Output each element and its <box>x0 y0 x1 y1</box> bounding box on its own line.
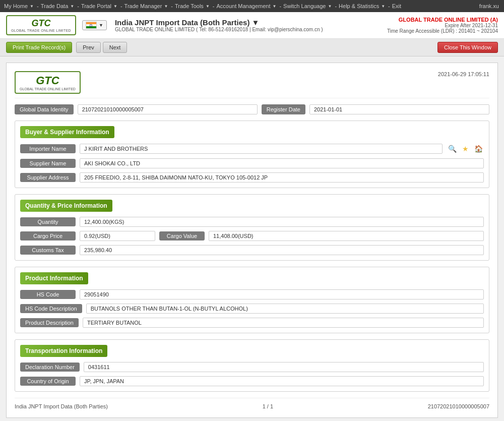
next-button[interactable]: Next <box>103 42 128 53</box>
register-date-label: Register Date <box>262 104 305 114</box>
hs-desc-row: HS Code Description BUTANOLS OTHER THAN … <box>20 304 484 314</box>
page-title: India JNPT Import Data (Both Parties) ▼ <box>115 18 323 27</box>
cargo-value-value: 11,408.00(USD) <box>209 231 484 241</box>
footer-left: India JNPT Import Data (Both Parties) <box>15 403 108 409</box>
customs-tax-row: Customs Tax 235,980.40 <box>20 245 484 255</box>
register-date-value: 2021-01-01 <box>309 104 489 114</box>
buyer-supplier-section: Buyer & Supplier Information Importer Na… <box>15 121 489 188</box>
nav-trade-data[interactable]: Trade Data ▼ <box>41 3 76 9</box>
icons-row: 🔍 ★ 🏠 <box>447 143 484 154</box>
product-section: Product Information HS Code 29051490 HS … <box>15 267 489 333</box>
print-button[interactable]: Print Trade Record(s) <box>6 42 72 53</box>
quantity-price-header: Quantity & Price Information <box>20 200 112 212</box>
chevron-down-icon: ▼ <box>381 4 385 9</box>
page-title-area: India JNPT Import Data (Both Parties) ▼ … <box>115 18 323 32</box>
product-header: Product Information <box>20 272 88 284</box>
hs-desc-value: BUTANOLS OTHER THAN BUTAN-1-OL (N-BUTYL … <box>86 304 484 314</box>
nav-trade-manager[interactable]: Trade Manager ▼ <box>124 3 169 9</box>
identity-row: Global Data Identity 2107202101000000500… <box>15 104 489 114</box>
supplier-row: Supplier Name AKI SHOKAI CO., LTD <box>20 158 484 168</box>
chevron-down-icon: ▼ <box>113 4 117 9</box>
nav-trade-portal[interactable]: Trade Portal ▼ <box>81 3 118 9</box>
logo-subtitle: GLOBAL TRADE ONLINE LIMITED <box>11 29 71 32</box>
close-window-button[interactable]: Close This Window <box>437 42 498 53</box>
main-content: GTC GLOBAL TRADE ONLINE LIMITED 2021-06-… <box>0 56 504 421</box>
quantity-price-section: Quantity & Price Information Quantity 12… <box>15 194 489 261</box>
nav-help-statistics[interactable]: Help & Statistics ▼ <box>339 3 386 9</box>
customs-tax-value: 235,980.40 <box>80 245 484 255</box>
footer-right: 21072021010000005007 <box>428 403 489 409</box>
supplier-address-label: Supplier Address <box>20 173 76 182</box>
quantity-value: 12,400.00(KGS) <box>80 217 484 227</box>
chevron-down-icon: ▼ <box>164 4 168 9</box>
global-data-identity-value: 21072021010000005007 <box>78 104 258 114</box>
chevron-down-icon: ▼ <box>206 4 210 9</box>
chevron-down-icon: ▼ <box>70 4 74 9</box>
country-value: JP, JPN, JAPAN <box>80 376 484 386</box>
nav-exit[interactable]: Exit <box>392 3 402 9</box>
importer-row: Importer Name J KIRIT AND BROTHERS 🔍 ★ 🏠 <box>20 143 484 154</box>
product-desc-value: TERTIARY BUTANOL <box>83 318 484 328</box>
user-label: frank.xu <box>479 3 499 9</box>
nav-my-home[interactable]: My Home ▼ <box>4 3 35 9</box>
cargo-value-label: Cargo Value <box>159 231 205 240</box>
footer-center: 1 / 1 <box>263 403 273 409</box>
importer-label: Importer Name <box>20 144 76 153</box>
record-footer: India JNPT Import Data (Both Parties) 1 … <box>15 398 489 409</box>
quantity-row: Quantity 12,400.00(KGS) <box>20 217 484 227</box>
hs-code-row: HS Code 29051490 <box>20 289 484 299</box>
chevron-down-icon: ▼ <box>328 4 332 9</box>
prev-button[interactable]: Prev <box>76 42 101 53</box>
supplier-label: Supplier Name <box>20 159 76 168</box>
supplier-address-value: 205 FREEDIO, 2-8-11, SHIBA DAIMONM NATO-… <box>80 172 484 183</box>
cargo-price-label: Cargo Price <box>20 231 76 240</box>
chevron-down-icon: ▼ <box>30 4 34 9</box>
top-toolbar: Print Trade Record(s) Prev Next Close Th… <box>0 39 504 56</box>
cargo-price-value: 0.92(USD) <box>80 231 155 241</box>
nav-switch-language[interactable]: Switch Language ▼ <box>283 3 333 9</box>
record-header: GTC GLOBAL TRADE ONLINE LIMITED 2021-06-… <box>15 71 489 98</box>
chevron-down-icon: ▼ <box>99 23 103 28</box>
product-desc-label: Product Description <box>20 318 79 327</box>
logo-text: GTC <box>31 18 50 29</box>
record-logo-subtitle: GLOBAL TRADE ONLINE LIMITED <box>20 87 76 91</box>
supplier-address-row: Supplier Address 205 FREEDIO, 2-8-11, SH… <box>20 172 484 183</box>
supplier-value: AKI SHOKAI CO., LTD <box>80 158 484 168</box>
top-navigation: My Home ▼ - Trade Data ▼ - Trade Portal … <box>0 0 504 12</box>
star-icon[interactable]: ★ <box>460 143 471 154</box>
country-label: Country of Origin <box>20 377 76 386</box>
header-right: GLOBAL TRADE ONLINE LIMITED (A) Expire A… <box>387 17 498 34</box>
declaration-label: Declaration Number <box>20 363 80 372</box>
record-card: GTC GLOBAL TRADE ONLINE LIMITED 2021-06-… <box>6 63 498 418</box>
price-row: Cargo Price 0.92(USD) Cargo Value 11,408… <box>20 231 484 241</box>
transportation-section: Transportation Information Declaration N… <box>15 339 489 392</box>
global-data-identity-label: Global Data Identity <box>15 104 74 114</box>
nav-account-management[interactable]: Account Management ▼ <box>216 3 277 9</box>
logo: GTC GLOBAL TRADE ONLINE LIMITED <box>6 15 76 35</box>
chevron-down-icon: ▼ <box>272 4 276 9</box>
logo-area: GTC GLOBAL TRADE ONLINE LIMITED ▼ India … <box>6 15 323 35</box>
nav-trade-tools[interactable]: Trade Tools ▼ <box>175 3 211 9</box>
hs-code-value: 29051490 <box>80 289 484 299</box>
company-name: GLOBAL TRADE ONLINE LIMITED (A) <box>387 17 498 23</box>
country-row: Country of Origin JP, JPN, JAPAN <box>20 376 484 386</box>
search-icon[interactable]: 🔍 <box>447 143 458 154</box>
record-logo: GTC GLOBAL TRADE ONLINE LIMITED <box>15 71 81 94</box>
india-flag-icon <box>86 22 97 29</box>
page-subtitle: GLOBAL TRADE ONLINE LIMITED ( Tel: 86-51… <box>115 27 323 32</box>
declaration-value: 0431611 <box>84 362 484 372</box>
flag-selector[interactable]: ▼ <box>82 20 107 30</box>
home-icon[interactable]: 🏠 <box>473 143 484 154</box>
customs-tax-label: Customs Tax <box>20 246 76 255</box>
product-desc-row: Product Description TERTIARY BUTANOL <box>20 318 484 328</box>
time-range: Time Range Accessible (LDR) : 201401 ~ 2… <box>387 28 498 34</box>
hs-desc-label: HS Code Description <box>20 304 82 313</box>
record-timestamp: 2021-06-29 17:05:11 <box>438 71 489 77</box>
transportation-header: Transportation Information <box>20 345 107 357</box>
buyer-supplier-header: Buyer & Supplier Information <box>20 126 114 138</box>
record-logo-text: GTC <box>36 74 59 87</box>
quantity-label: Quantity <box>20 217 76 226</box>
importer-value: J KIRIT AND BROTHERS <box>80 144 443 154</box>
declaration-row: Declaration Number 0431611 <box>20 362 484 372</box>
header-bar: GTC GLOBAL TRADE ONLINE LIMITED ▼ India … <box>0 12 504 39</box>
